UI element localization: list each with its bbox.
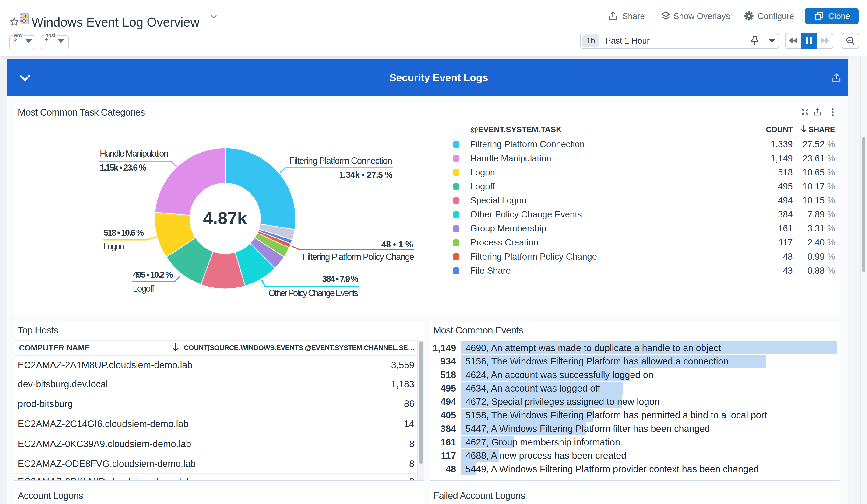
svg-text:518 • 10.6 %: 518 • 10.6 % bbox=[104, 228, 144, 238]
svg-text:1.34k • 27.5 %: 1.34k • 27.5 % bbox=[339, 170, 393, 180]
svg-text:Other Policy Change Events: Other Policy Change Events bbox=[269, 288, 358, 298]
svg-text:495 • 10.2 %: 495 • 10.2 % bbox=[133, 270, 173, 280]
svg-text:384 • 7.9 %: 384 • 7.9 % bbox=[322, 274, 359, 284]
svg-text:Handle Manipulation: Handle Manipulation bbox=[100, 149, 168, 158]
svg-text:Logoff: Logoff bbox=[133, 284, 154, 294]
svg-text:Logon: Logon bbox=[104, 241, 125, 251]
svg-text:4.87k: 4.87k bbox=[203, 209, 247, 228]
svg-text:1.15k • 23.6 %: 1.15k • 23.6 % bbox=[100, 163, 146, 173]
svg-text:Filtering Platform Policy Chan: Filtering Platform Policy Change bbox=[302, 252, 414, 262]
svg-text:48 • 1 %: 48 • 1 % bbox=[381, 240, 413, 249]
svg-text:Filtering Platform Connection: Filtering Platform Connection bbox=[289, 156, 392, 166]
